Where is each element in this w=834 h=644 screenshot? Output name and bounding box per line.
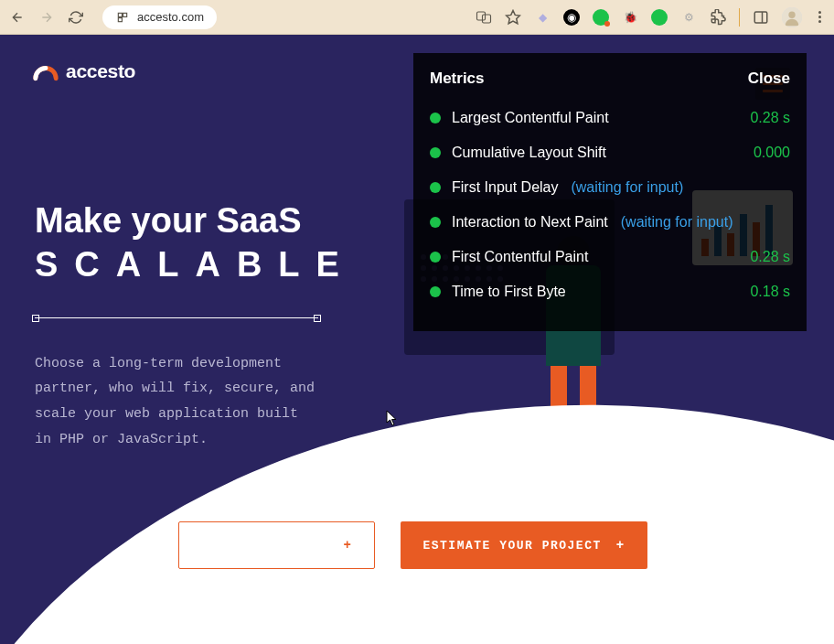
metric-label: Interaction to Next Paint <box>452 214 608 231</box>
metric-value: 0.000 <box>754 145 790 161</box>
browser-toolbar: accesto.com ◆ ◉ 🐞 ⚙ <box>0 0 834 35</box>
page-content: accesto Make your SaaS SCALABLE Choose a… <box>0 35 834 644</box>
pie-chart-card-icon <box>459 435 551 492</box>
translate-icon[interactable] <box>476 9 492 26</box>
svg-rect-3 <box>477 12 486 20</box>
svg-rect-1 <box>123 13 127 16</box>
schedule-label: SCHEDULE A CALL <box>201 539 329 553</box>
metric-waiting: (waiting for input) <box>621 214 733 231</box>
back-button[interactable] <box>9 9 26 26</box>
svg-point-9 <box>788 11 795 17</box>
ext-icon-2[interactable]: ◉ <box>563 9 580 26</box>
svg-marker-5 <box>507 10 520 23</box>
url-text: accesto.com <box>137 10 204 24</box>
plus-icon: + <box>616 538 626 553</box>
hero-section: Make your SaaS SCALABLE Choose a long-te… <box>35 199 364 453</box>
headline-line2: SCALABLE <box>35 245 364 284</box>
metrics-close-button[interactable]: Close <box>748 70 790 88</box>
extensions-icon[interactable] <box>710 9 726 26</box>
svg-rect-6 <box>754 12 767 23</box>
status-dot-icon <box>430 182 441 193</box>
hero-subtext: Choose a long-term development partner, … <box>35 351 318 453</box>
svg-marker-10 <box>594 438 699 485</box>
metric-value: 0.28 s <box>750 110 790 126</box>
metric-value: 0.28 s <box>750 249 790 265</box>
sidepanel-icon[interactable] <box>753 9 769 26</box>
status-dot-icon <box>430 286 441 297</box>
reload-button[interactable] <box>68 9 84 26</box>
browser-menu[interactable] <box>815 11 825 23</box>
site-settings-icon[interactable] <box>115 10 130 25</box>
metric-row: Largest Contentful Paint0.28 s <box>430 101 790 135</box>
svg-rect-4 <box>483 15 491 23</box>
cursor-icon <box>386 410 399 430</box>
ext-icon-3[interactable] <box>593 9 609 26</box>
metric-value: 0.18 s <box>750 284 790 300</box>
schedule-call-button[interactable]: SCHEDULE A CALL + <box>178 521 375 569</box>
metrics-title: Metrics <box>430 70 485 88</box>
status-dot-icon <box>430 113 441 123</box>
address-bar[interactable]: accesto.com <box>102 5 217 29</box>
ext-icon-5[interactable] <box>651 9 668 26</box>
extensions-row: ◆ ◉ 🐞 ⚙ <box>476 7 825 27</box>
ext-icon-4[interactable]: 🐞 <box>622 9 638 26</box>
svg-rect-0 <box>118 13 122 16</box>
site-logo[interactable]: accesto <box>33 60 135 82</box>
metrics-panel: Metrics Close Largest Contentful Paint0.… <box>413 53 807 331</box>
status-dot-icon <box>430 147 441 158</box>
metric-row: Time to First Byte0.18 s <box>430 274 790 309</box>
area-chart-card-icon <box>587 424 706 494</box>
metric-label: Cumulative Layout Shift <box>452 145 606 161</box>
headline-line1: Make your SaaS <box>35 199 364 243</box>
status-dot-icon <box>430 252 441 263</box>
ext-icon-6[interactable]: ⚙ <box>680 9 697 26</box>
divider <box>35 317 318 318</box>
forward-button[interactable] <box>38 9 55 26</box>
status-dot-icon <box>430 217 441 228</box>
plus-icon: + <box>344 538 353 553</box>
metric-row: First Input Delay(waiting for input) <box>430 170 790 205</box>
metric-row: First Contentful Paint0.28 s <box>430 240 790 274</box>
metric-label: First Contentful Paint <box>452 249 588 265</box>
metric-waiting: (waiting for input) <box>571 179 683 196</box>
star-icon[interactable] <box>505 9 521 26</box>
metric-label: First Input Delay <box>452 179 558 196</box>
logo-text: accesto <box>66 60 135 82</box>
estimate-project-button[interactable]: ESTIMATE YOUR PROJECT + <box>401 521 647 569</box>
cta-row: SCHEDULE A CALL + ESTIMATE YOUR PROJECT … <box>178 521 647 569</box>
metric-row: Cumulative Layout Shift0.000 <box>430 135 790 170</box>
metric-label: Largest Contentful Paint <box>452 110 609 126</box>
metric-label: Time to First Byte <box>452 284 566 300</box>
ext-icon-1[interactable]: ◆ <box>534 9 551 26</box>
logo-mark-icon <box>33 61 59 81</box>
metric-row: Interaction to Next Paint(waiting for in… <box>430 205 790 240</box>
profile-avatar[interactable] <box>782 7 802 27</box>
estimate-label: ESTIMATE YOUR PROJECT <box>422 539 601 553</box>
svg-rect-2 <box>118 17 122 21</box>
